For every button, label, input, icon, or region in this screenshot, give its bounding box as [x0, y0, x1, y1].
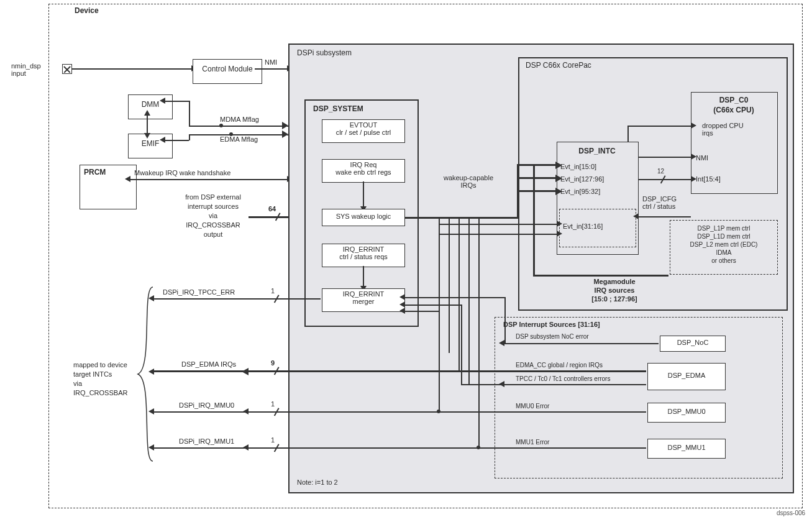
mmu0-n: 1 — [271, 400, 275, 408]
mmu1-err-label: MMU1 Error — [516, 439, 549, 446]
ext-irq-l1: from DSP external — [167, 193, 260, 202]
mem-l2: DSP_L1D mem ctrl — [670, 232, 777, 240]
mwakeup-label: Mwakeup IRQ wake handshake — [134, 169, 230, 176]
mmu1-out: DSPi_IRQ_MMU1 — [179, 437, 234, 445]
prcm-block: PRCM — [80, 165, 137, 209]
dsp-c0-nmi: NMI — [696, 154, 708, 162]
diagram-root: Device nmin_dsp input Control Module NMI… — [0, 0, 812, 522]
errint-ctrl-l1: IRQ_ERRINT — [322, 245, 404, 253]
dsp-c0-t2: (C66x CPU) — [691, 106, 777, 114]
irqreq-l2: wake enb ctrl regs — [322, 168, 404, 176]
mm-l2: IRQ sources — [574, 286, 655, 295]
subsystem-note: Note: i=1 to 2 — [297, 478, 338, 486]
wakeup-l1: wakeup-capable — [431, 174, 506, 181]
edma-mflag-label: EDMA Mflag — [220, 135, 258, 143]
ext-irq-l2: interrupt sources — [167, 202, 260, 211]
emif-block: EMIF — [128, 134, 173, 158]
ext-irq-text: from DSP external interrupt sources via … — [167, 193, 260, 239]
dsp-c0-dropped: dropped CPU irqs — [702, 122, 744, 137]
errint-merger-l1: IRQ_ERRINT — [322, 290, 404, 298]
evtout-block: EVTOUT clr / set / pulse ctrl — [322, 119, 405, 143]
mem-l1: DSP_L1P mem ctrl — [670, 224, 777, 232]
mdma-mflag-label: MDMA Mflag — [220, 116, 259, 123]
evt15-0: Evt_in[15:0] — [560, 163, 596, 170]
dsp-mmu0-block: DSP_MMU0 — [647, 403, 726, 423]
mem-l5: or others — [670, 257, 777, 265]
evtout-l1: EVTOUT — [322, 121, 404, 129]
mm-l3: [15:0 ; 127:96] — [574, 295, 655, 303]
mmu1-n: 1 — [271, 436, 275, 444]
figure-ref: dspss-006 — [777, 510, 805, 516]
edma-global-label: EDMA_CC global / region IRQs — [516, 362, 603, 369]
dsp-mmu1-block: DSP_MMU1 — [647, 439, 726, 459]
irqreq-l1: IRQ Req — [322, 161, 404, 168]
dsp-system-title: DSP_SYSTEM — [313, 104, 363, 113]
brace-l2: target INTCs — [73, 370, 142, 379]
irqreq-block: IRQ Req wake enb ctrl regs — [322, 159, 405, 183]
mem-l4: IDMA — [670, 249, 777, 257]
mem-l3: DSP_L2 mem ctrl (EDC) — [670, 240, 777, 249]
control-module-block: Control Module — [193, 59, 262, 84]
dsp-intc-title: DSP_INTC — [557, 147, 637, 155]
input-port-label: nmin_dsp input — [11, 62, 50, 77]
syswake-block: SYS wakeup logic — [322, 209, 405, 226]
dsp-icfg-label: DSP_ICFG ctrl / status — [642, 195, 677, 210]
subsystem-title: DSPi subsystem — [297, 48, 352, 57]
edma-irq-out: DSP_EDMA IRQs — [181, 360, 236, 368]
noc-err-label: DSP subsystem NoC error — [516, 333, 589, 340]
edma-irq-n: 9 — [271, 359, 275, 367]
mmu0-err-label: MMU0 Error — [516, 403, 549, 410]
bus12: 12 — [657, 168, 664, 175]
tpcc-err-n: 1 — [271, 287, 275, 295]
evtout-l2: clr / set / pulse ctrl — [322, 129, 404, 136]
wakeup-irqs-label: wakeup-capable IRQs — [431, 174, 506, 189]
mm-l1: Megamodule — [574, 277, 655, 286]
ext-irq-l5: output — [167, 230, 260, 239]
ext-irq-64: 64 — [268, 205, 276, 213]
nmi-label: NMI — [265, 58, 277, 66]
errint-ctrl-block: IRQ_ERRINT ctrl / status reqs — [322, 244, 405, 267]
prcm-label: PRCM — [84, 168, 106, 176]
megamodule-label: Megamodule IRQ sources [15:0 ; 127:96] — [574, 277, 655, 303]
sources-title: DSP Interrupt Sources [31:16] — [503, 321, 600, 328]
brace-l4: IRQ_CROSSBAR — [73, 388, 142, 398]
interrupt-sources-block — [495, 317, 783, 478]
dsp-c0-t1: DSP_C0 — [691, 96, 777, 104]
ext-irq-l3: via — [167, 211, 260, 221]
brace-text: mapped to device target INTCs via IRQ_CR… — [73, 360, 142, 398]
wakeup-l2: IRQs — [431, 181, 506, 189]
device-title: Device — [75, 6, 99, 15]
evt95-32: Evt_in[95:32] — [560, 188, 600, 195]
dsp-edma-block: DSP_EDMA — [647, 363, 726, 390]
dsp-noc-block: DSP_NoC — [660, 336, 726, 352]
evt127-96: Evt_in[127:96] — [560, 175, 604, 183]
errint-ctrl-l2: ctrl / status reqs — [322, 253, 404, 260]
ext-irq-l4: IRQ_CROSSBAR — [167, 221, 260, 230]
dsp-c0-int: Int[15:4] — [696, 175, 721, 183]
errint-merger-block: IRQ_ERRINT merger — [322, 288, 405, 312]
dmm-block: DMM — [128, 94, 173, 119]
tpcc-err-label: TPCC / Tc0 / Tc1 controllers errors — [516, 375, 610, 382]
evt31-16: Evt_in[31:16] — [563, 222, 603, 230]
brace-l3: via — [73, 379, 142, 388]
mmu0-out: DSPi_IRQ_MMU0 — [179, 401, 234, 409]
input-port-icon — [62, 64, 72, 74]
memctrl-block: DSP_L1P mem ctrl DSP_L1D mem ctrl DSP_L2… — [670, 220, 778, 275]
errint-merger-l2: merger — [322, 298, 404, 305]
corepac-title: DSP C66x CorePac — [526, 61, 591, 70]
brace-l1: mapped to device — [73, 360, 142, 370]
tpcc-err-out: DSPi_IRQ_TPCC_ERR — [163, 288, 235, 296]
